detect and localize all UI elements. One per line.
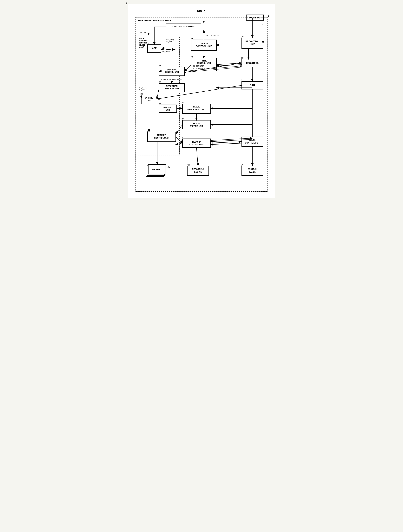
svg-text:26: 26 bbox=[159, 81, 161, 83]
svg-rect-56 bbox=[147, 132, 176, 142]
svg-text:CPU: CPU bbox=[250, 84, 255, 87]
svg-text:29: 29 bbox=[159, 102, 161, 105]
svg-text:RECORD: RECORD bbox=[192, 141, 200, 143]
svg-text:33: 33 bbox=[241, 135, 244, 137]
svg-line-121 bbox=[176, 137, 182, 143]
svg-text:PROCESSING UNIT: PROCESSING UNIT bbox=[187, 108, 205, 111]
svg-text:( L COUNTER: ( L COUNTER bbox=[193, 65, 205, 67]
svg-text:IMAGE: IMAGE bbox=[193, 106, 200, 108]
svg-text:23: 23 bbox=[191, 38, 193, 40]
svg-text:WRITING: WRITING bbox=[145, 97, 153, 99]
svg-line-129 bbox=[197, 147, 198, 166]
svg-text:AFE: AFE bbox=[152, 47, 157, 50]
svg-text:RD_FLG: RD_FLG bbox=[139, 89, 146, 91]
svg-text:RECORDING: RECORDING bbox=[192, 168, 204, 170]
svg-rect-44 bbox=[159, 105, 177, 113]
svg-line-124 bbox=[211, 143, 242, 145]
svg-rect-52 bbox=[182, 120, 211, 129]
page: FIG. 1 HOST PC ~ 2 1 MULTIFUNCTION MACHI… bbox=[128, 4, 275, 198]
svg-text:12: 12 bbox=[147, 43, 149, 45]
svg-text:I/F CONTROL: I/F CONTROL bbox=[246, 40, 259, 43]
fig-title: FIG. 1 bbox=[135, 10, 268, 13]
svg-text:MEMORY: MEMORY bbox=[152, 168, 162, 171]
svg-line-120 bbox=[176, 125, 182, 134]
svg-text:32: 32 bbox=[182, 137, 184, 139]
svg-text:IMAGE: IMAGE bbox=[139, 38, 144, 40]
svg-text:25: 25 bbox=[159, 65, 161, 67]
svg-rect-73 bbox=[187, 166, 209, 176]
svg-text:CONTROL: CONTROL bbox=[139, 42, 147, 44]
svg-text:RESULT: RESULT bbox=[192, 122, 200, 125]
svg-text:CIS_CLK, CIS_SI: CIS_CLK, CIS_SI bbox=[205, 34, 219, 36]
svg-text:CONTROL: CONTROL bbox=[248, 168, 257, 170]
svg-text:(ASIC): (ASIC) bbox=[139, 46, 144, 48]
svg-text:UNIT: UNIT bbox=[166, 109, 170, 111]
svg-line-107 bbox=[157, 88, 159, 99]
ref-1: 1 bbox=[126, 2, 127, 5]
svg-text:30: 30 bbox=[182, 102, 184, 104]
svg-text:CONTROL UNIT: CONTROL UNIT bbox=[245, 142, 260, 144]
svg-text:D COUNTER ): D COUNTER ) bbox=[193, 67, 205, 69]
svg-text:CONTROL UNIT: CONTROL UNIT bbox=[196, 45, 212, 47]
svg-text:WRITING UNIT: WRITING UNIT bbox=[190, 125, 203, 127]
svg-text:21: 21 bbox=[241, 79, 244, 82]
svg-text:~14: ~14 bbox=[167, 166, 170, 168]
svg-text:OUT*_EN: OUT*_EN bbox=[179, 65, 186, 67]
svg-text:READING: READING bbox=[139, 40, 147, 42]
svg-text:24: 24 bbox=[191, 56, 193, 58]
svg-text:CONTROL UNIT: CONTROL UNIT bbox=[197, 62, 211, 64]
svg-text:OUT1~3: OUT1~3 bbox=[139, 32, 146, 33]
outer-box: MULTIFUNCTION MACHINE IMAGE READING CONT… bbox=[135, 17, 268, 192]
diagram-svg: IMAGE READING CONTROL DEVICE (ASIC) LINE… bbox=[136, 18, 272, 196]
svg-text:AFE_SMP,: AFE_SMP, bbox=[166, 39, 174, 41]
svg-text:16: 16 bbox=[241, 164, 244, 166]
svg-line-123 bbox=[211, 142, 242, 143]
svg-text:PROCESS UNIT: PROCESS UNIT bbox=[164, 88, 179, 90]
svg-text:PANEL: PANEL bbox=[249, 171, 256, 173]
svg-text:MEMORY: MEMORY bbox=[157, 134, 166, 136]
svg-text:20: 20 bbox=[241, 36, 244, 38]
svg-text:CONTROL UNIT: CONTROL UNIT bbox=[154, 137, 169, 139]
svg-text:~11: ~11 bbox=[202, 21, 205, 23]
svg-text:DEVICE: DEVICE bbox=[200, 42, 208, 45]
svg-text:31: 31 bbox=[182, 118, 184, 120]
svg-text:ENGINE: ENGINE bbox=[194, 171, 202, 173]
svg-text:22: 22 bbox=[241, 57, 244, 59]
svg-text:CONTROL UNIT: CONTROL UNIT bbox=[189, 144, 204, 146]
svg-text:AD_CLK: AD_CLK bbox=[166, 41, 172, 43]
svg-text:SAMPLING: SAMPLING bbox=[167, 69, 177, 71]
svg-rect-77 bbox=[242, 166, 263, 176]
svg-text:LINE IMAGE SENSOR: LINE IMAGE SENSOR bbox=[172, 25, 194, 28]
svg-text:REDUCTION: REDUCTION bbox=[166, 85, 177, 87]
svg-text:TIMING: TIMING bbox=[200, 60, 207, 62]
svg-rect-60 bbox=[182, 139, 211, 147]
svg-text:RD_DATA,: RD_DATA, bbox=[139, 87, 147, 89]
svg-text:READING: READING bbox=[163, 107, 172, 109]
svg-text:~15: ~15 bbox=[187, 164, 190, 166]
svg-text:REGISTERS: REGISTERS bbox=[246, 62, 259, 64]
svg-text:DEVICE: DEVICE bbox=[139, 44, 145, 46]
svg-line-122 bbox=[176, 143, 182, 145]
svg-text:UNIT: UNIT bbox=[250, 43, 255, 45]
svg-text:UNIT: UNIT bbox=[147, 100, 151, 102]
svg-text:28: 28 bbox=[141, 93, 143, 95]
svg-text:AD_DATA: AD_DATA bbox=[162, 51, 170, 53]
